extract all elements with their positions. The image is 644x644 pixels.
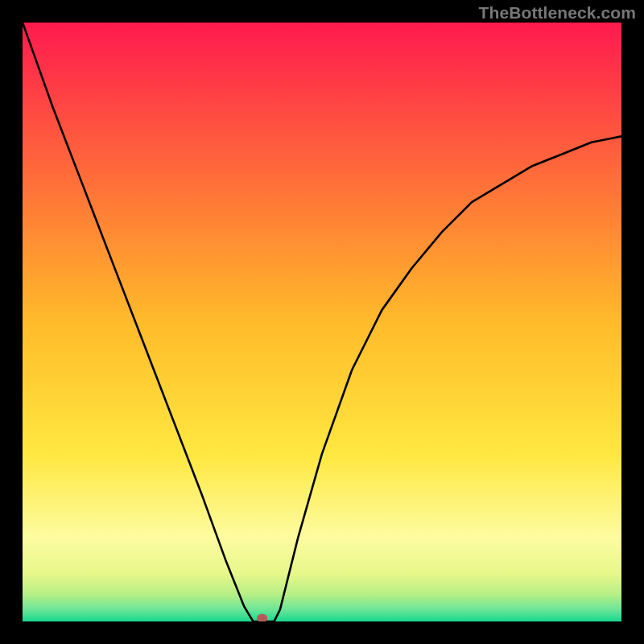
- chart-frame: TheBottleneck.com: [0, 0, 644, 644]
- chart-background: [23, 23, 621, 621]
- chart-svg: [23, 23, 621, 621]
- watermark-text: TheBottleneck.com: [479, 3, 636, 23]
- chart-plot-area: [23, 23, 621, 621]
